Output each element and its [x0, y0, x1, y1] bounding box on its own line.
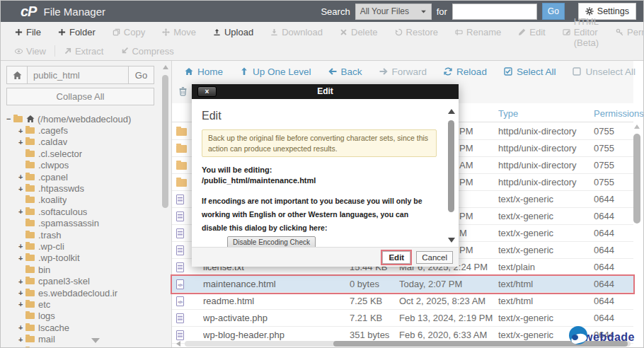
folder-icon: [25, 174, 35, 180]
tree-expander[interactable]: +: [18, 289, 25, 297]
table-scrollbar[interactable]: [633, 124, 641, 339]
disable-encoding-check-button[interactable]: Disable Encoding Check: [227, 236, 316, 247]
toolbar-button-extract[interactable]: Extract: [55, 42, 112, 60]
view-icon: [15, 47, 23, 55]
path-input[interactable]: [28, 66, 129, 84]
empty-trash-icon[interactable]: [178, 86, 188, 96]
sidebar-scrollbar[interactable]: [162, 65, 169, 344]
tree-expander[interactable]: −: [6, 115, 13, 123]
nav-item-home[interactable]: Home: [176, 66, 231, 77]
toolbar-button-rename[interactable]: Rename: [447, 22, 510, 42]
tree-item-caldav[interactable]: + .caldav: [6, 137, 154, 148]
tree-item-lscache[interactable]: + lscache: [6, 322, 154, 333]
tree-item-php[interactable]: + php: [6, 345, 154, 348]
toolbar-button-folder[interactable]: Folder: [50, 22, 104, 42]
nav-item-select-all[interactable]: Select All: [495, 66, 565, 77]
tree-expander[interactable]: +: [18, 254, 25, 262]
tree-item-bin[interactable]: bin: [6, 264, 154, 275]
edit-button[interactable]: Edit: [382, 251, 410, 264]
column-type[interactable]: Type: [498, 108, 594, 119]
tree-item-trash[interactable]: .trash: [6, 229, 154, 240]
permissions-icon: [616, 28, 623, 36]
tree-item-spamassassin[interactable]: .spamassassin: [6, 218, 154, 229]
sidebar-scrollbar-thumb[interactable]: [162, 75, 168, 208]
toolbar-button-download[interactable]: Download: [262, 22, 331, 42]
extract-icon: [64, 47, 71, 55]
tree-item-cl-selector[interactable]: .cl.selector: [6, 148, 154, 159]
toolbar-button-restore[interactable]: Restore: [386, 22, 447, 42]
horizontal-scrollbar[interactable]: [176, 340, 631, 347]
search-scope-select[interactable]: All Your Files: [355, 4, 432, 20]
search-input[interactable]: [452, 4, 537, 20]
folder-icon: [25, 267, 35, 273]
toolbar-button-file[interactable]: File: [6, 22, 50, 42]
tree-expander[interactable]: +: [18, 323, 25, 332]
toolbar-button-upload[interactable]: Upload: [205, 22, 262, 42]
toolbar-button-copy[interactable]: Copy: [104, 22, 154, 42]
toolbar-button-html-editor-beta[interactable]: HTML Editor (Beta): [554, 22, 607, 42]
folder-icon: [25, 325, 35, 331]
folder-icon: [25, 197, 35, 203]
nav-item-up-one-level[interactable]: Up One Level: [231, 66, 320, 77]
scroll-up-arrow[interactable]: [634, 124, 640, 129]
scroll-left-arrow[interactable]: [176, 341, 180, 347]
horizontal-scrollbar-track[interactable]: [185, 341, 631, 347]
tree-expander[interactable]: +: [18, 185, 25, 193]
table-scrollbar-thumb[interactable]: [633, 134, 640, 224]
tree-item-koality[interactable]: .koality: [6, 195, 154, 206]
table-row-wp-activate-php[interactable]: wp-activate.php 7.21 KB Feb 13, 2024, 2:…: [172, 310, 633, 327]
dialog-scrollbar[interactable]: [447, 109, 456, 243]
rename-icon: [455, 28, 463, 36]
tree-item-cpanel3-skel[interactable]: + cpanel3-skel: [6, 275, 154, 286]
tree-item-mail[interactable]: + mail: [6, 333, 154, 344]
folder-icon: [25, 139, 35, 145]
tree-expander[interactable]: +: [18, 207, 25, 216]
tree-expander[interactable]: +: [18, 277, 25, 286]
table-row-readme-html[interactable]: readme.html 7.25 KB Oct 2, 2025, 8:23 AM…: [172, 293, 633, 310]
tree-item-clwpos[interactable]: .clwpos: [6, 160, 154, 171]
column-permissions[interactable]: Permissions: [594, 108, 638, 119]
scroll-up-arrow[interactable]: [448, 109, 455, 114]
folder-icon: [25, 162, 35, 168]
tree-item-htpasswds[interactable]: + .htpasswds: [6, 182, 154, 194]
search-go-button[interactable]: Go: [542, 3, 565, 20]
nav-item-reload[interactable]: Reload: [435, 66, 495, 77]
toolbar-button-view[interactable]: View: [6, 42, 54, 60]
toolbar-button-compress[interactable]: Compress: [112, 42, 182, 60]
tree-item-wp-cli[interactable]: + .wp-cli: [6, 240, 154, 252]
path-go-button[interactable]: Go: [129, 66, 154, 84]
close-icon[interactable]: ×: [197, 86, 217, 97]
tree-item-logs[interactable]: logs: [6, 311, 154, 322]
tree-expander[interactable]: +: [18, 127, 25, 135]
scroll-down-arrow[interactable]: [448, 238, 455, 243]
folder-icon: [25, 209, 35, 215]
toolbar-button-delete[interactable]: Delete: [331, 22, 386, 42]
cancel-button[interactable]: Cancel: [416, 251, 453, 264]
toolbar-button-permissions[interactable]: Permissions: [607, 22, 644, 42]
tree-item-es-webdadecloud-ir[interactable]: + es.webdadecloud.ir: [6, 287, 154, 298]
tree-item-home-webdadecloud[interactable]: − (/home/webdadecloud): [6, 113, 154, 124]
compress-icon: [120, 47, 128, 55]
tree-expander[interactable]: +: [18, 300, 25, 308]
tree-expander[interactable]: +: [18, 335, 25, 344]
collapse-all-button[interactable]: Collapse All: [6, 88, 154, 105]
tree-item-cagefs[interactable]: + .cagefs: [6, 124, 154, 136]
scroll-up-arrow[interactable]: [163, 65, 168, 69]
toolbar-button-move[interactable]: Move: [154, 22, 205, 42]
folder-icon: [25, 336, 35, 342]
home-icon[interactable]: [6, 66, 28, 84]
nav-item-unselect-all[interactable]: Unselect All: [564, 66, 644, 77]
file-type-icon: [176, 279, 203, 290]
tree-expander[interactable]: +: [18, 138, 25, 146]
nav-item-back[interactable]: Back: [320, 66, 371, 77]
tree-item-cpanel[interactable]: + .cpanel: [6, 171, 154, 182]
nav-item-forward[interactable]: Forward: [371, 66, 436, 77]
tree-expander[interactable]: +: [18, 242, 25, 250]
tree-expander[interactable]: +: [18, 173, 25, 181]
toolbar-button-edit[interactable]: Edit: [510, 22, 553, 42]
tree-item-softaculous[interactable]: + .softaculous: [6, 206, 154, 217]
table-row-maintenance-html[interactable]: maintenance.html 0 bytes Today, 2:07 PM …: [172, 276, 633, 293]
tree-item-wp-toolkit[interactable]: + .wp-toolkit: [6, 253, 154, 264]
tree-item-etc[interactable]: + etc: [6, 298, 154, 310]
dialog-scrollbar-thumb[interactable]: [448, 120, 454, 212]
